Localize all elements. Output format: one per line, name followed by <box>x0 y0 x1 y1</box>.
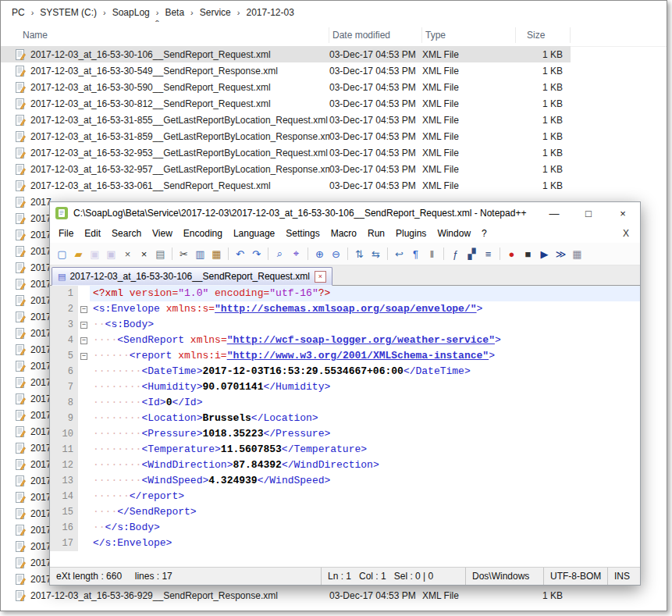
breadcrumb-item[interactable]: Service <box>197 5 234 20</box>
code-line[interactable]: ······<report xmlns:i="http://www.w3.org… <box>90 348 640 364</box>
menu-item-run[interactable]: Run <box>362 226 390 241</box>
code-line[interactable]: ········<WindSpeed>4.324939</WindSpeed> <box>90 473 640 489</box>
breadcrumb-chevron-icon[interactable]: › <box>187 8 197 17</box>
file-row[interactable]: 2017-12-03_at_16-53-30-590__SendReport_R… <box>1 79 571 95</box>
code-line[interactable]: ········<Id>0</Id> <box>90 395 640 411</box>
file-row[interactable]: 2017-12-03_at_16-53-33-061__SendReport_R… <box>1 177 571 194</box>
code-token: 1018.35223 <box>202 428 263 440</box>
code-line[interactable]: ········<DateTime>2017-12-03T16:53:29.55… <box>90 364 640 379</box>
file-row[interactable]: 2017-12-03_at_16-53-30-549__SendReport_R… <box>1 62 571 79</box>
code-line[interactable]: ········<WindDirection>87.84392</WindDir… <box>90 458 640 473</box>
code-line[interactable]: ····</SendReport> <box>90 504 640 520</box>
sync-horizontal-icon[interactable]: ⇆ <box>368 247 383 262</box>
breadcrumb-item[interactable]: Beta <box>162 5 187 20</box>
close-button[interactable]: × <box>606 202 640 224</box>
menu-item-encoding[interactable]: Encoding <box>178 226 228 241</box>
code-line[interactable]: ········<Humidity>90.0701141</Humidity> <box>90 379 640 395</box>
replace-icon[interactable]: ⌖ <box>289 247 304 262</box>
file-row[interactable]: 2017-12-03_at_16-53-31-859__GetLastRepor… <box>1 128 571 144</box>
menu-close-document-button[interactable]: X <box>623 228 640 239</box>
record-macro-icon[interactable]: ● <box>504 247 519 262</box>
menu-item-macro[interactable]: Macro <box>325 226 362 241</box>
close-file-icon[interactable]: × <box>120 247 135 262</box>
save-all-icon[interactable]: ▣ <box>104 247 119 262</box>
minimize-button[interactable]: — <box>537 202 571 224</box>
menu-item-window[interactable]: Window <box>432 226 476 241</box>
stop-macro-icon[interactable]: ■ <box>521 247 535 262</box>
column-header-name[interactable]: Name <box>1 27 329 43</box>
column-header-date-modified[interactable]: Date modified <box>329 27 422 43</box>
code-token: </Temperature> <box>282 443 367 455</box>
title-bar[interactable]: C:\SoapLog\Beta\Service\2017-12-03\2017-… <box>50 202 640 224</box>
open-file-icon[interactable]: ▰ <box>71 247 86 262</box>
doc-map-icon[interactable]: ▞ <box>464 247 479 262</box>
column-header-type[interactable]: Type <box>422 27 516 43</box>
column-header-size[interactable]: Size <box>516 27 571 43</box>
tab-close-icon[interactable]: × <box>315 271 326 283</box>
file-row[interactable]: 2017-12-03_at_16-53-32-953__GetLastRepor… <box>1 144 571 161</box>
breadcrumb-item[interactable]: PC <box>9 5 28 20</box>
code-line[interactable]: ······</report> <box>90 489 640 504</box>
code-line[interactable]: ··<s:Body> <box>90 317 640 333</box>
code-line[interactable]: ········<Temperature>11.5607853</Tempera… <box>90 442 640 458</box>
indent-guide-icon[interactable]: ‖ <box>425 247 439 262</box>
code-line[interactable]: ········<Pressure>1018.35223</Pressure> <box>90 426 640 442</box>
sync-vertical-icon[interactable]: ⇅ <box>352 247 367 262</box>
file-row[interactable]: 2017-12-03_at_16-53-30-106__SendReport_R… <box>1 46 571 62</box>
fold-collapse-icon[interactable]: − <box>80 353 87 360</box>
fold-collapse-icon[interactable]: − <box>80 306 87 313</box>
menu-item-settings[interactable]: Settings <box>280 226 325 241</box>
copy-icon[interactable]: ▥ <box>193 247 208 262</box>
save-macro-icon[interactable]: ▦ <box>570 247 585 262</box>
close-all-icon[interactable]: × <box>137 247 151 262</box>
breadcrumb-chevron-icon[interactable]: › <box>100 8 109 17</box>
menu-item-edit[interactable]: Edit <box>79 226 106 241</box>
sort-ascending-icon[interactable]: ˆ <box>155 19 158 30</box>
code-line[interactable]: </s:Envelope> <box>90 536 640 551</box>
cut-icon[interactable]: ✂ <box>176 247 191 262</box>
breadcrumb-item[interactable]: SYSTEM (C:) <box>37 5 100 20</box>
function-list-icon[interactable]: ƒ <box>448 247 463 262</box>
new-file-icon[interactable]: ▢ <box>55 247 69 262</box>
file-row[interactable]: 2017-12-03_at_16-53-36-929__SendReport_R… <box>1 587 571 604</box>
redo-icon[interactable]: ↷ <box>249 247 264 262</box>
menu-item-file[interactable]: File <box>53 226 79 241</box>
maximize-button[interactable]: □ <box>571 202 606 224</box>
doc-switcher-icon[interactable]: ≡ <box>481 247 496 262</box>
breadcrumb-item[interactable]: 2017-12-03 <box>243 5 297 20</box>
breadcrumb-chevron-icon[interactable]: › <box>28 8 37 17</box>
menu-item-help[interactable]: ? <box>476 226 492 241</box>
menu-item-view[interactable]: View <box>147 226 178 241</box>
fold-collapse-icon[interactable]: − <box>80 337 87 344</box>
play-macro-icon[interactable]: ▶ <box>537 247 552 262</box>
code-line[interactable]: <?xml version="1.0" encoding="utf-16"?> <box>90 286 640 301</box>
run-multi-macro-icon[interactable]: ≫ <box>553 247 568 262</box>
breadcrumb-chevron-icon[interactable]: › <box>153 8 162 17</box>
find-icon[interactable]: ⌕ <box>272 247 287 262</box>
paste-icon[interactable]: ▦ <box>209 247 224 262</box>
word-wrap-icon[interactable]: ↩ <box>392 247 407 262</box>
code-line[interactable]: ··</s:Body> <box>90 520 640 536</box>
code-line[interactable]: ····<SendReport xmlns="http://wcf-soap-l… <box>90 333 640 348</box>
file-row[interactable]: 2017-12-03_at_16-53-31-855__GetLastRepor… <box>1 112 571 128</box>
file-row[interactable]: 2017-12-03_at_16-53-30-812__SendReport_R… <box>1 95 571 112</box>
save-icon[interactable]: ▣ <box>87 247 102 262</box>
fold-collapse-icon[interactable]: − <box>80 322 87 329</box>
menu-item-language[interactable]: Language <box>228 226 280 241</box>
show-all-chars-icon[interactable]: ¶ <box>408 247 423 262</box>
file-row[interactable]: 2017-12-03_at_16-53-32-957__GetLastRepor… <box>1 161 571 177</box>
code-line[interactable]: ········<Location>Brussels</Location> <box>90 411 640 426</box>
breadcrumb-item[interactable]: SoapLog <box>109 5 153 20</box>
document-tab[interactable]: ▤ 2017-12-03_at_16-53-30-106__SendReport… <box>52 267 332 286</box>
breadcrumb-chevron-icon[interactable]: › <box>234 8 244 17</box>
zoom-out-icon[interactable]: ⊖ <box>329 247 343 262</box>
menu-item-plugins[interactable]: Plugins <box>390 226 432 241</box>
zoom-in-icon[interactable]: ⊕ <box>312 247 327 262</box>
print-icon[interactable]: ▤ <box>153 247 168 262</box>
code-line[interactable]: <s:Envelope xmlns:s="http://schemas.xmls… <box>90 301 640 317</box>
code-editor[interactable]: 1<?xml version="1.0" encoding="utf-16"?>… <box>50 286 640 567</box>
xml-file-icon <box>15 148 26 158</box>
undo-icon[interactable]: ↶ <box>233 247 247 262</box>
menu-item-search[interactable]: Search <box>106 226 147 241</box>
toolbar-separator <box>268 247 268 260</box>
